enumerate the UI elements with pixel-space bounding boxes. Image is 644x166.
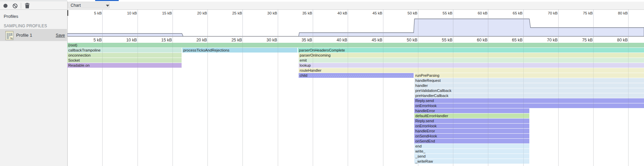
svg-text:%: % [10, 37, 13, 40]
